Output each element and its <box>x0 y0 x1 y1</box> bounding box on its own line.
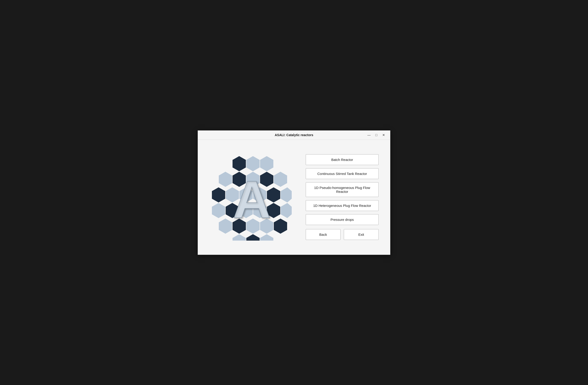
logo-area: A <box>209 154 292 241</box>
pseudo-homo-button[interactable]: 1D Pseudo-homogeneous Plug Flow Reactor <box>306 182 379 197</box>
titlebar: ASALI: Catalytic reactors — □ ✕ <box>198 131 390 140</box>
asali-logo: A <box>209 154 292 241</box>
cstr-button[interactable]: Continuous Stirred Tank Reactor <box>306 168 379 179</box>
svg-marker-25 <box>232 234 246 241</box>
svg-marker-13 <box>280 187 292 203</box>
bottom-buttons: Back Exit <box>306 229 379 240</box>
svg-marker-3 <box>219 172 232 187</box>
minimize-button[interactable]: — <box>365 131 373 139</box>
titlebar-controls: — □ ✕ <box>364 131 387 139</box>
svg-marker-2 <box>260 156 273 172</box>
svg-marker-1 <box>246 156 260 172</box>
window-title: ASALI: Catalytic reactors <box>224 133 364 137</box>
svg-marker-19 <box>280 203 292 218</box>
batch-reactor-button[interactable]: Batch Reactor <box>306 154 379 165</box>
svg-marker-0 <box>232 156 246 172</box>
svg-marker-20 <box>219 218 232 234</box>
svg-marker-26 <box>246 234 260 241</box>
close-button[interactable]: ✕ <box>380 131 387 139</box>
main-content: A Batch Reactor Continuous Stirred Tank … <box>198 140 390 255</box>
pressure-drops-button[interactable]: Pressure drops <box>306 214 379 225</box>
svg-marker-27 <box>260 234 273 241</box>
back-button[interactable]: Back <box>306 229 340 240</box>
svg-marker-14 <box>212 203 225 218</box>
svg-text:A: A <box>233 170 271 229</box>
main-window: ASALI: Catalytic reactors — □ ✕ <box>198 130 390 255</box>
svg-marker-7 <box>273 172 287 187</box>
exit-button[interactable]: Exit <box>344 229 379 240</box>
maximize-button[interactable]: □ <box>373 131 380 139</box>
svg-marker-24 <box>273 218 287 234</box>
heterogeneous-button[interactable]: 1D Heterogeneous Plug Flow Reactor <box>306 200 379 211</box>
svg-marker-8 <box>212 187 225 203</box>
buttons-area: Batch Reactor Continuous Stirred Tank Re… <box>306 154 379 240</box>
